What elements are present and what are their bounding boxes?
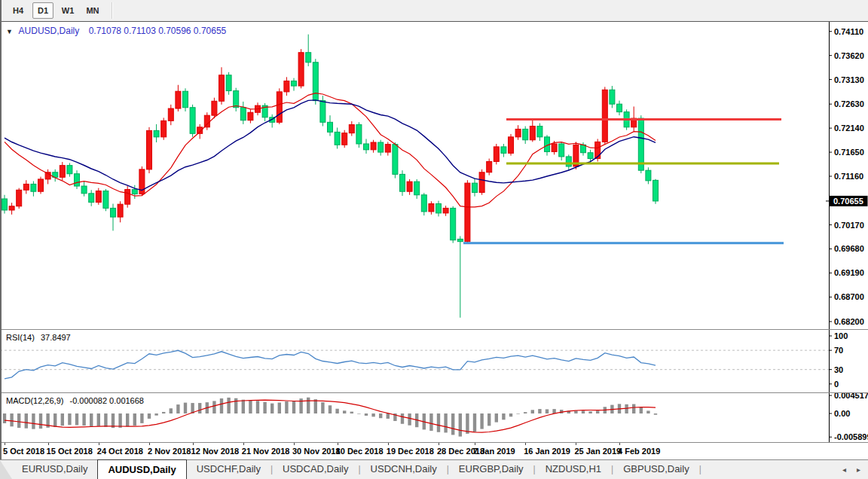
candle-body [111,208,116,217]
date-axis-label: 21 Nov 2018 [242,447,290,456]
candle-body [248,112,253,120]
macd-histogram-bar [588,411,591,413]
moving-averages-group [5,93,656,207]
date-axis-divider [0,442,868,443]
macd-name: MACD(12,26,9) [6,396,63,405]
macd-histogram-bar [466,413,469,434]
macd-histogram-bar [350,412,353,413]
rsi-axis-label: 0 [834,380,839,389]
candle-body [212,101,217,115]
tab-scroll-right-icon[interactable]: ▸ [857,465,860,474]
main-chart-canvas[interactable]: 0.741100.736200.731300.726300.721400.716… [0,22,868,329]
symbol-dropdown-icon[interactable]: ▼ [6,28,13,35]
macd-histogram-bar [365,413,368,416]
rsi-value: 37.8497 [41,333,71,342]
candle-body [509,137,514,154]
macd-axis-label: 0.004517 [834,393,868,400]
macd-axis-label: 0.00 [834,409,850,418]
candle-body [646,170,651,181]
tab-usdchf-daily[interactable]: USDCHF,Daily [187,460,270,479]
macd-histogram-bar [90,413,93,426]
candle-body [349,125,354,133]
macd-histogram-bar [234,398,237,413]
tab-gbpusd-daily[interactable]: GBPUSD,Daily [613,460,698,479]
current-price-badge: 0.70655 [826,196,868,206]
macd-histogram-bar [335,409,338,413]
candle-body [313,63,318,101]
macd-histogram-bar [538,409,541,413]
price-axis-group: 0.741100.736200.731300.726300.721400.716… [829,22,864,329]
candle-body [75,174,80,186]
candle-body [168,108,173,121]
candle-body [501,147,506,153]
candle-body [653,180,659,201]
rsi-indicator-canvas[interactable]: 10070300 [0,330,868,392]
chart-title: ▼ AUDUSD,Daily 0.71078 0.71103 0.70596 0… [6,26,226,36]
candle-body [38,179,44,191]
candle-body [371,142,376,150]
macd-histogram-bar [212,401,215,413]
candle-body [118,204,123,217]
candle-body [465,183,470,242]
macd-histogram-bar [314,399,317,413]
date-axis-tick [388,443,389,445]
tab-audusd-daily[interactable]: AUDUSD,Daily [97,459,186,479]
macd-histogram-bar [387,413,390,419]
macd-histogram-bar [552,409,555,413]
tab-eurusd-daily[interactable]: EURUSD,Daily [12,460,97,479]
macd-histogram-bar [546,409,549,413]
rsi-pane-divider[interactable] [0,329,868,330]
tab-nzdusd-h1[interactable]: NZDUSD,H1 [536,460,611,479]
date-axis-tick [525,443,526,445]
timeframe-mn-button[interactable]: MN [82,2,103,19]
timeframe-d1-button[interactable]: D1 [32,2,53,19]
date-axis-tick [576,443,576,445]
macd-histogram-bar [582,410,585,413]
macd-histogram-bar [480,413,483,429]
macd-histogram-bar [487,413,491,426]
candle-body [23,184,29,190]
macd-histogram-bar [401,413,404,424]
macd-histogram-bar [278,403,281,413]
date-axis-tick [338,443,338,445]
timeframe-toolbar: H4 D1 W1 MN [0,0,868,21]
date-axis-tick [193,443,194,445]
macd-histogram-bar [270,404,274,413]
candle-body [67,166,72,174]
date-axis-label: 25 Jan 2019 [574,447,621,456]
macd-histogram-bar [632,404,635,413]
candle-body [103,191,108,209]
macd-histogram-bar [53,413,57,427]
rsi-axis-label: 30 [834,365,843,374]
candle-body [414,182,420,195]
timeframe-w1-button[interactable]: W1 [57,2,78,19]
date-axis-tick [439,443,439,445]
macd-axis-label: -0.005899 [834,432,868,441]
candle-body [421,195,426,212]
macd-histogram-bar [256,401,259,413]
macd-histogram-bar [329,405,332,413]
current-price-label: 0.70655 [833,197,863,206]
macd-histogram-bar [321,402,324,413]
macd-histogram-bar [640,407,643,413]
macd-histogram-bar [140,413,143,423]
tab-eurgbp-daily[interactable]: EURGBP,Daily [449,460,533,479]
candles-group [2,35,659,318]
tab-usdcnh-daily[interactable]: USDCNH,Daily [361,460,447,479]
tab-usdcad-daily[interactable]: USDCAD,Daily [273,460,358,479]
candle-body [240,108,246,121]
candle-body [407,182,412,191]
tab-scroll-left-icon[interactable]: ◂ [842,465,846,474]
macd-histogram-bar [473,413,476,432]
date-axis-label: 16 Jan 2019 [524,447,570,456]
macd-pane-divider[interactable] [0,392,868,393]
candle-body [451,208,456,240]
macd-histogram-bar [444,413,447,432]
candle-body [147,130,152,169]
candle-body [125,190,130,205]
candle-body [154,130,159,136]
macd-histogram-bar [148,413,151,419]
date-axis[interactable]: 5 Oct 201815 Oct 201824 Oct 20182 Nov 20… [0,443,868,459]
timeframe-h4-button[interactable]: H4 [8,2,29,19]
candle-body [81,186,87,194]
